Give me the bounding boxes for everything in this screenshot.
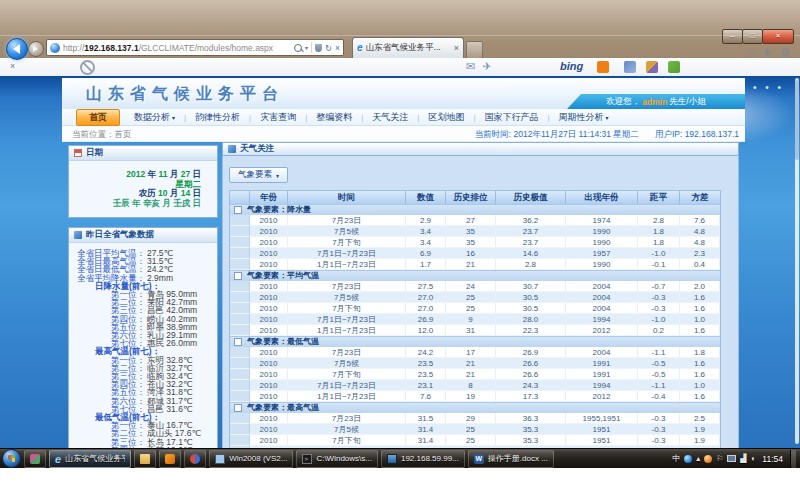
table-cell: -0.4 [638, 391, 680, 402]
app-orange-icon [165, 454, 175, 464]
taskbar-window-0[interactable] [24, 450, 46, 468]
maximize-button[interactable]: □ [742, 29, 763, 44]
close-button[interactable]: × [762, 29, 794, 44]
address-bar[interactable]: http://192.168.137.1/GLCCLIMATE/modules/… [46, 39, 344, 56]
table-row[interactable]: 20107月23日31.52936.31955,1951-0.32.5 [230, 413, 720, 424]
nav-item-4[interactable]: 整编资料 [307, 111, 361, 124]
back-button[interactable] [6, 38, 28, 60]
table-cell: 24 [446, 281, 496, 292]
favorites-star-icon[interactable]: ★ [762, 46, 772, 59]
element-filter-button[interactable]: 气象要素▾ [229, 167, 288, 183]
nav-item-3[interactable]: 灾害查询 [251, 111, 305, 124]
camera-app-icon[interactable] [624, 61, 636, 73]
table-row[interactable]: 20107月5候3.43523.719901.84.8 [230, 226, 720, 237]
firefox-tray-icon[interactable] [704, 455, 712, 463]
table-group-row[interactable]: 气象要素：最高气温 [230, 402, 720, 413]
table-row[interactable]: 20107月5候27.02530.52004-0.31.6 [230, 292, 720, 303]
orange-app-icon[interactable] [597, 61, 609, 73]
taskbar-window-1[interactable]: e山东省气候业务平... [49, 450, 131, 468]
chevron-down-icon[interactable]: ▾ [305, 44, 308, 51]
table-group-row[interactable]: 气象要素：平均气温 [230, 270, 720, 281]
nav-item-5[interactable]: 天气关注 [363, 111, 417, 124]
minimize-button[interactable]: – [722, 29, 743, 44]
table-row[interactable]: 20107月1日~7月23日26.9928.01994-1.01.0 [230, 314, 720, 325]
scrollbar-thumb[interactable] [795, 80, 799, 160]
url-text[interactable]: http://192.168.137.1/GLCCLIMATE/modules/… [63, 43, 291, 53]
send-plane-icon[interactable]: ✈ [482, 60, 491, 73]
table-row[interactable]: 20107月5候31.42535.31951-0.31.9 [230, 424, 720, 435]
taskbar-window-2[interactable] [134, 450, 156, 468]
taskbar-window-4[interactable] [184, 450, 206, 468]
nav-item-2[interactable]: 韵律性分析 [186, 111, 249, 124]
table-row[interactable]: 20107月23日2.92736.219742.87.6 [230, 215, 720, 226]
taskbar-window-7[interactable]: 192.168.59.99... [381, 450, 465, 468]
taskbar-window-8[interactable]: W操作手册.docx ... [468, 450, 554, 468]
table-row[interactable]: 20101月1日~7月23日1.7212.81990-0.10.4 [230, 259, 720, 270]
nav-item-8[interactable]: 周期性分析▾ [550, 111, 618, 124]
table-row[interactable]: 20107月下旬3.43523.719901.84.8 [230, 237, 720, 248]
chevron-down-icon: ▾ [172, 115, 175, 121]
table-row[interactable]: 20107月下旬31.42535.31951-0.31.9 [230, 435, 720, 446]
compatibility-icon[interactable] [315, 44, 322, 52]
nav-item-6[interactable]: 区划地图 [419, 111, 473, 124]
ime-indicator[interactable]: 中 [672, 453, 680, 464]
network-icon[interactable]: ▟ [740, 454, 746, 463]
forward-button[interactable] [28, 41, 44, 57]
taskbar-window-5[interactable]: Win2008 (VS2... [209, 450, 293, 468]
table-group-row[interactable]: 气象要素：最低气温 [230, 336, 720, 347]
group-checkbox[interactable] [234, 404, 242, 412]
browser-tab[interactable]: e 山东省气候业务平... × [352, 37, 464, 58]
taskbar-window-3[interactable] [159, 450, 181, 468]
tray-expand-icon[interactable]: ▴ [696, 454, 700, 463]
table-group-row[interactable]: 气象要素：降水量 [230, 204, 720, 215]
new-tab-button[interactable] [466, 41, 483, 59]
taskbar-clock[interactable]: 11:54 [762, 454, 783, 464]
puzzle-addon-icon[interactable] [668, 61, 680, 73]
table-row[interactable]: 20107月下旬27.02530.52004-0.31.6 [230, 303, 720, 314]
table-cell: 25 [446, 435, 496, 446]
nav-item-1[interactable]: 数据分析▾ [125, 111, 184, 124]
nav-item-7[interactable]: 国家下行产品 [475, 111, 547, 124]
table-row[interactable]: 20107月23日27.52430.72004-0.72.0 [230, 281, 720, 292]
stop-icon[interactable]: × [335, 43, 340, 53]
nav-item-0[interactable]: 首页 [76, 109, 120, 126]
table-cell: 1994 [566, 314, 638, 325]
show-desktop-button[interactable] [790, 450, 796, 468]
start-button[interactable] [2, 449, 21, 468]
group-checkbox[interactable] [234, 338, 242, 346]
group-checkbox[interactable] [234, 272, 242, 280]
taskbar-window-6[interactable]: >C:\Windows\s... [296, 450, 378, 468]
settings-gear-icon[interactable]: ⚙ [780, 46, 790, 59]
page-header: 山东省气候业务平台 欢迎您，admin先生/小姐 [62, 78, 745, 109]
action-center-flag-icon[interactable]: ⚐ [716, 454, 723, 463]
table-cell: -0.3 [638, 413, 680, 424]
display-tray-icon[interactable] [727, 455, 736, 462]
table-cell: -0.7 [638, 281, 680, 292]
bing-logo[interactable]: bing [560, 60, 583, 72]
volume-icon[interactable]: ◖ [751, 454, 756, 463]
table-row[interactable]: 20107月1日~7月23日6.91614.61957-1.02.3 [230, 248, 720, 259]
search-icon[interactable] [294, 44, 302, 52]
table-row[interactable]: 20107月5候23.52126.61991-0.51.6 [230, 358, 720, 369]
home-icon[interactable]: ⌂ [748, 47, 755, 59]
tray-app-icon[interactable] [684, 455, 692, 463]
taskbar-window-label: 192.168.59.99... [401, 454, 459, 463]
table-row[interactable]: 20107月1日~7月23日23.1824.31994-1.11.0 [230, 380, 720, 391]
table-row[interactable]: 20101月1日~7月23日7.61917.32012-0.41.6 [230, 391, 720, 402]
table-row[interactable]: 20107月下旬23.52126.61991-0.51.6 [230, 369, 720, 380]
tab-close-icon[interactable]: × [454, 43, 459, 53]
group-checkbox[interactable] [234, 206, 242, 214]
vertical-scrollbar[interactable] [795, 78, 799, 444]
blocked-icon[interactable] [80, 60, 95, 75]
table-row[interactable]: 20101月1日~7月23日12.03122.320120.21.6 [230, 325, 720, 336]
table-cell: 25 [446, 303, 496, 314]
table-cell: 35 [446, 237, 496, 248]
envelope-icon[interactable]: ✉ [466, 60, 475, 73]
toolbar-close-icon[interactable]: × [10, 61, 15, 71]
table-row[interactable]: 20107月23日24.21726.92004-1.11.8 [230, 347, 720, 358]
palette-app-icon[interactable] [646, 61, 658, 73]
refresh-icon[interactable]: ↻ [325, 43, 332, 53]
table-cell: 16 [446, 248, 496, 259]
table-cell: 1.0 [680, 380, 720, 391]
row-gutter [230, 369, 250, 380]
